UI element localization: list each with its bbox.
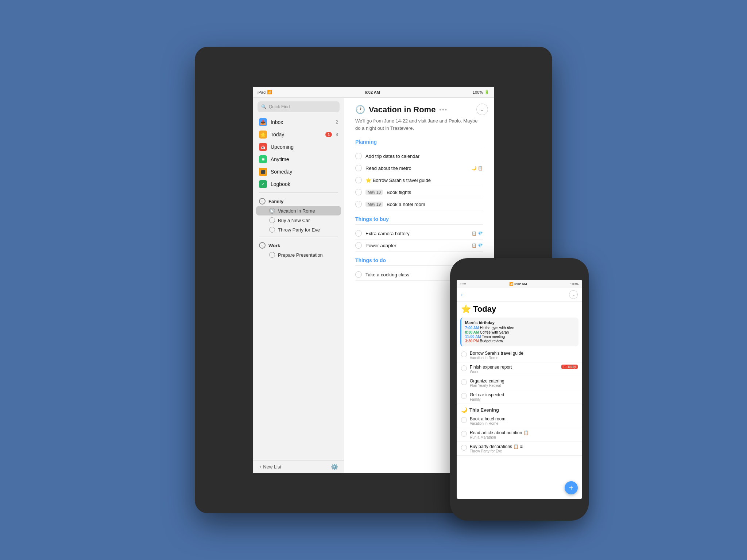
someday-icon: ⬛ xyxy=(259,168,267,176)
iphone-task-read-nutrition[interactable]: Read article about nutrition 📋 Run a Mar… xyxy=(457,428,582,442)
event-label-2: Coffee with Sarah xyxy=(480,330,509,334)
sidebar-item-buy-car[interactable]: Buy a New Car xyxy=(253,215,344,225)
section-things-to-buy: Things to buy xyxy=(355,216,483,225)
search-bar[interactable]: 🔍 Quick Find xyxy=(258,101,340,112)
prepare-presentation-label: Prepare Presentation xyxy=(278,252,323,258)
sidebar-item-today[interactable]: ⭐ Today 1 8 xyxy=(253,128,344,141)
task-name: Book flights xyxy=(387,190,483,195)
buy-car-icon xyxy=(269,217,275,223)
vacation-rome-label: Vacation in Rome xyxy=(278,208,315,214)
task-read-metro[interactable]: Read about the metro 🌙 📋 xyxy=(355,162,483,174)
anytime-label: Anytime xyxy=(271,156,338,162)
task-date-tag: May 19 xyxy=(365,202,383,207)
task-checkbox[interactable] xyxy=(355,230,362,237)
task-checkbox[interactable] xyxy=(355,153,362,159)
iphone-task-text: Get car inspected Family xyxy=(470,392,578,401)
background: iPad 📶 6:02 AM 100% 🔋 🔍 Quick Find xyxy=(0,0,747,560)
someday-label: Someday xyxy=(271,169,338,175)
iphone-device: ••••• 📶 6:02 AM 100% ‹ ⌄ xyxy=(450,258,589,521)
task-checkbox[interactable] xyxy=(355,271,362,278)
sidebar-item-vacation-rome[interactable]: 🕐 Vacation in Rome xyxy=(256,206,341,215)
iphone-signal: ••••• xyxy=(460,282,466,286)
battery-label: 100% xyxy=(473,90,483,94)
family-label: Family xyxy=(268,199,283,204)
upcoming-icon: 📅 xyxy=(259,143,267,151)
iphone-task-checkbox[interactable] xyxy=(461,379,467,385)
task-book-hotel[interactable]: May 19 Book a hotel room xyxy=(355,198,483,210)
task-checkbox[interactable] xyxy=(355,201,362,207)
iphone-task-organize-catering[interactable]: Organize catering Plan Yearly Retreat xyxy=(457,376,582,390)
back-button[interactable]: ‹ xyxy=(461,292,463,298)
search-placeholder: Quick Find xyxy=(269,104,290,109)
calendar-event-3: 11:00 AM Team meeting xyxy=(465,335,575,339)
fab-icon: + xyxy=(569,483,574,493)
iphone-task-checkbox[interactable] xyxy=(461,351,467,357)
task-camera-battery[interactable]: Extra camera battery 📋 💎 xyxy=(355,228,483,240)
today-badge: 🚩 today xyxy=(561,365,578,369)
today-star-icon: ⭐ xyxy=(461,304,471,314)
today-badge: 1 xyxy=(325,132,332,137)
battery-icon: 🔋 xyxy=(484,90,489,94)
task-checkbox[interactable] xyxy=(355,242,362,249)
logbook-label: Logbook xyxy=(271,181,338,187)
inbox-label: Inbox xyxy=(271,119,332,125)
task-power-adapter[interactable]: Power adapter 📋 💎 xyxy=(355,240,483,252)
sidebar-item-inbox[interactable]: 📥 Inbox 2 xyxy=(253,116,344,128)
sidebar-item-someday[interactable]: ⬛ Someday xyxy=(253,166,344,178)
sidebar-item-upcoming[interactable]: 📅 Upcoming xyxy=(253,141,344,153)
task-borrow-guide[interactable]: ⭐ Borrow Sarah's travel guide xyxy=(355,174,483,186)
task-name: Power adapter xyxy=(365,243,468,248)
iphone-task-book-hotel[interactable]: Book a hotel room Vacation in Rome xyxy=(457,414,582,428)
collapse-button[interactable]: ⌄ xyxy=(476,104,488,115)
task-name: Add trip dates to calendar xyxy=(365,153,483,159)
iphone-task-name: Borrow Sarah's travel guide xyxy=(470,351,578,356)
ipad-device: iPad 📶 6:02 AM 100% 🔋 🔍 Quick Find xyxy=(195,47,552,513)
sidebar-item-logbook[interactable]: ✓ Logbook xyxy=(253,178,344,190)
settings-icon[interactable]: ⚙️ xyxy=(331,463,338,470)
iphone-task-expense-report[interactable]: Finish expense report Work 🚩 today xyxy=(457,362,582,376)
iphone-screen: ••••• 📶 6:02 AM 100% ‹ ⌄ xyxy=(457,280,582,499)
throw-party-label: Throw Party for Eve xyxy=(278,227,320,233)
event-label-1: Hit the gym with Alex xyxy=(480,326,514,330)
upcoming-label: Upcoming xyxy=(271,144,338,150)
iphone-task-checkbox[interactable] xyxy=(461,431,467,437)
add-task-fab[interactable]: + xyxy=(565,481,578,494)
sidebar-footer: + New List ⚙️ xyxy=(253,460,344,473)
prepare-presentation-icon xyxy=(269,252,275,258)
iphone-task-checkbox[interactable] xyxy=(461,445,467,451)
task-checkbox[interactable] xyxy=(355,165,362,171)
new-list-label: + New List xyxy=(259,464,281,470)
sidebar-item-throw-party[interactable]: Throw Party for Eve xyxy=(253,225,344,234)
sidebar-item-anytime[interactable]: ≡ Anytime xyxy=(253,153,344,166)
iphone-body: ••••• 📶 6:02 AM 100% ‹ ⌄ xyxy=(450,258,589,521)
calendar-title: Marc's birthday xyxy=(465,320,575,325)
new-list-button[interactable]: + New List xyxy=(259,464,281,470)
iphone-task-sub: Throw Party for Eve xyxy=(470,449,578,453)
iphone-task-sub: Family xyxy=(470,397,578,401)
section-planning: Planning xyxy=(355,139,483,147)
iphone-task-buy-decorations[interactable]: Buy party decorations 📋 ≡ Throw Party fo… xyxy=(457,442,582,456)
task-checkbox[interactable] xyxy=(355,189,362,195)
iphone-collapse-button[interactable]: ⌄ xyxy=(569,290,578,299)
iphone-task-sub: Plan Yearly Retreat xyxy=(470,384,578,388)
iphone-task-checkbox[interactable] xyxy=(461,365,467,371)
iphone-task-checkbox[interactable] xyxy=(461,393,467,399)
iphone-task-sub: Run a Marathon xyxy=(470,435,578,439)
iphone-task-text: Borrow Sarah's travel guide Vacation in … xyxy=(470,351,578,360)
iphone-task-car-inspected[interactable]: Get car inspected Family xyxy=(457,390,582,404)
ipad-brand: iPad xyxy=(258,90,266,94)
sidebar-item-prepare-presentation[interactable]: Prepare Presentation xyxy=(253,250,344,260)
today-icon: ⭐ xyxy=(259,131,267,139)
task-book-flights[interactable]: May 18 Book flights xyxy=(355,186,483,198)
iphone-task-name: Organize catering xyxy=(470,378,578,384)
iphone-task-checkbox[interactable] xyxy=(461,417,467,423)
wifi-icon: 📶 xyxy=(267,90,272,94)
work-section-header: ○ Work xyxy=(253,239,344,250)
iphone-task-name: Book a hotel room xyxy=(470,416,578,421)
task-add-trip-dates[interactable]: Add trip dates to calendar xyxy=(355,150,483,162)
iphone-task-borrow-guide[interactable]: Borrow Sarah's travel guide Vacation in … xyxy=(457,349,582,362)
iphone-page-title: ⭐ Today xyxy=(457,302,582,315)
project-more-button[interactable]: ••• xyxy=(439,106,448,113)
event-label-4: Budget review xyxy=(480,339,503,343)
task-checkbox[interactable] xyxy=(355,177,362,183)
